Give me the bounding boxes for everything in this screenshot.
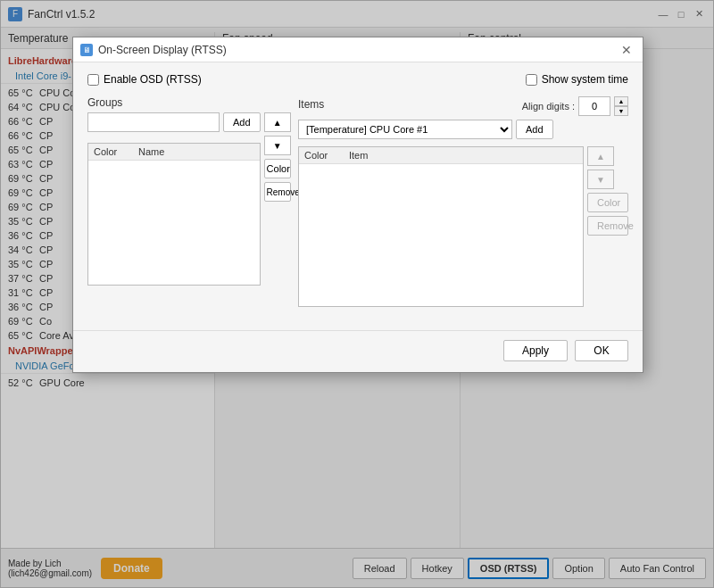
dialog-icon: 🖥 xyxy=(80,44,93,56)
items-item-col-header: Item xyxy=(349,150,368,161)
dialog-title-bar: 🖥 On-Screen Display (RTSS) ✕ xyxy=(73,37,643,62)
groups-color-button[interactable]: Color xyxy=(264,159,291,178)
groups-remove-button[interactable]: Remove xyxy=(264,182,291,202)
ok-button[interactable]: OK xyxy=(575,340,628,361)
groups-column: Groups Add Color Name xyxy=(87,96,284,312)
name-col-header: Name xyxy=(138,146,164,157)
items-color-col-header: Color xyxy=(304,150,349,161)
items-add-button[interactable]: Add xyxy=(516,120,553,139)
align-digits-row: Align digits : ▲ ▼ xyxy=(522,96,628,116)
items-dropdown[interactable]: [Temperature] CPU Core #1 xyxy=(298,120,512,139)
items-move-up-button[interactable]: ▲ xyxy=(587,146,614,166)
items-list: Color Item xyxy=(298,146,584,307)
items-label: Items xyxy=(298,98,324,111)
groups-move-down-button[interactable]: ▼ xyxy=(264,136,291,155)
items-arrow-buttons: ▲ ▼ Color Remove xyxy=(587,146,628,312)
groups-arrow-buttons: ▲ ▼ Color Remove xyxy=(264,112,291,291)
dialog-columns: Groups Add Color Name xyxy=(87,96,628,312)
align-digits-label: Align digits : xyxy=(522,101,575,112)
align-digits-spinner: ▲ ▼ xyxy=(614,96,628,116)
align-down-button[interactable]: ▼ xyxy=(614,106,628,116)
align-digits-input[interactable] xyxy=(578,96,610,116)
enable-osd-label[interactable]: Enable OSD (RTSS) xyxy=(87,73,202,86)
dialog-footer: Apply OK xyxy=(73,330,643,372)
groups-move-up-button[interactable]: ▲ xyxy=(264,112,291,132)
groups-text-input[interactable] xyxy=(87,112,220,132)
show-system-time-checkbox[interactable] xyxy=(526,74,537,86)
osd-dialog: 🖥 On-Screen Display (RTSS) ✕ Enable OSD … xyxy=(72,37,643,373)
dialog-title: 🖥 On-Screen Display (RTSS) xyxy=(80,44,227,56)
groups-list-header: Color Name xyxy=(88,144,260,161)
groups-label: Groups xyxy=(87,96,284,109)
main-window: F FanCtrl v1.5.2 — □ ✕ Temperature Fan s… xyxy=(0,0,714,588)
groups-input-row: Add xyxy=(87,112,261,132)
items-list-header: Color Item xyxy=(299,147,583,164)
show-system-time-label[interactable]: Show system time xyxy=(526,73,628,86)
dialog-top-row: Enable OSD (RTSS) Show system time xyxy=(87,73,628,86)
items-column: Items Align digits : ▲ ▼ xyxy=(298,96,628,312)
apply-button[interactable]: Apply xyxy=(503,340,568,361)
dialog-body: Enable OSD (RTSS) Show system time Group… xyxy=(73,62,643,323)
dialog-overlay: 🖥 On-Screen Display (RTSS) ✕ Enable OSD … xyxy=(1,1,713,587)
items-color-button[interactable]: Color xyxy=(587,193,628,212)
color-col-header: Color xyxy=(94,146,138,157)
align-up-button[interactable]: ▲ xyxy=(614,96,628,106)
items-move-down-button[interactable]: ▼ xyxy=(587,170,614,189)
groups-list: Color Name xyxy=(87,143,261,286)
dialog-close-button[interactable]: ✕ xyxy=(618,41,635,59)
enable-osd-checkbox[interactable] xyxy=(87,74,99,86)
groups-add-button[interactable]: Add xyxy=(223,112,261,132)
items-remove-button[interactable]: Remove xyxy=(587,216,628,236)
